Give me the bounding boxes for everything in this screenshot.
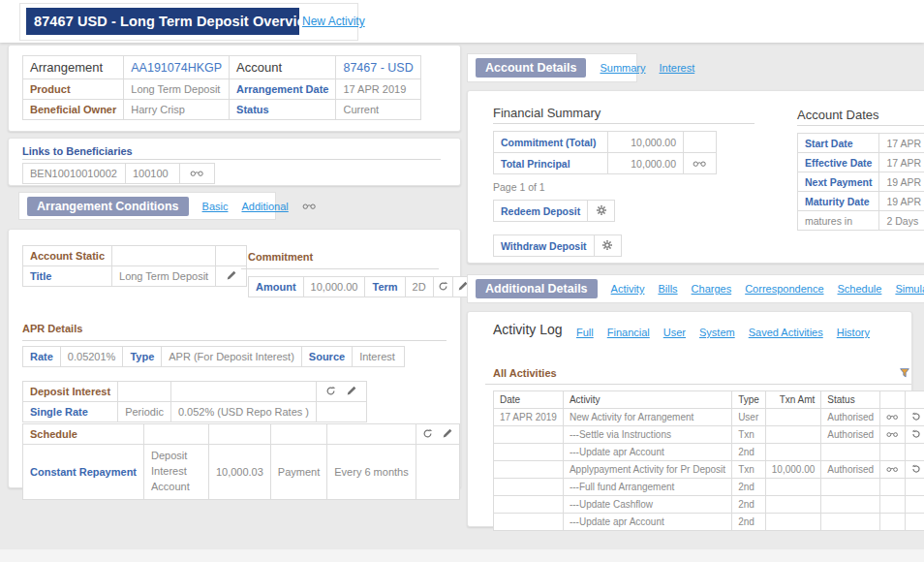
table-row: Start Date 17 APR 2019 xyxy=(798,134,924,153)
date-cell xyxy=(494,461,564,479)
recalculate-refresh-icon[interactable] xyxy=(422,428,433,439)
table-row: Arrangement AA191074HKGP Account 87467 -… xyxy=(23,56,421,79)
arrangement-summary-card: Arrangement AA191074HKGP Account 87467 -… xyxy=(8,45,461,132)
view-glasses-icon[interactable] xyxy=(886,465,899,473)
schedule-amount: 10,000.03 xyxy=(208,445,270,500)
redeem-deposit-label[interactable]: Redeem Deposit xyxy=(494,201,588,222)
tab-interest[interactable]: Interest xyxy=(660,62,695,74)
edit-pencil-icon[interactable] xyxy=(226,269,237,281)
commitment-total-label: Commitment (Total) xyxy=(494,132,608,153)
beneficiary-ref: BEN10010010002 xyxy=(23,164,126,184)
account-static-header: Account Static xyxy=(23,246,112,266)
tab-system[interactable]: System xyxy=(699,327,735,338)
activity-row: ---Update Cashflow 2nd xyxy=(494,496,924,514)
tab-financial[interactable]: Financial xyxy=(607,327,650,338)
type-cell: 2nd xyxy=(732,514,766,531)
arrangement-id[interactable]: AA191074HKGP xyxy=(124,56,230,79)
view-glasses-icon[interactable] xyxy=(693,159,707,168)
txn-amt-cell xyxy=(765,496,821,514)
rate-label: Rate xyxy=(23,347,61,367)
tab-full[interactable]: Full xyxy=(576,327,594,338)
page-info: Page 1 of 1 xyxy=(493,181,545,193)
view-glasses-icon[interactable] xyxy=(886,430,899,438)
activity-log-heading: Activity Log xyxy=(493,322,563,337)
tab-simulations[interactable]: Simulations xyxy=(895,283,924,295)
edit-pencil-icon[interactable] xyxy=(442,427,453,439)
product-value: Long Term Deposit xyxy=(124,79,230,100)
amount-value: 10,000.00 xyxy=(303,277,365,297)
schedule-type: Payment xyxy=(270,445,326,500)
status-cell xyxy=(821,496,880,514)
status-label: Status xyxy=(230,100,336,120)
total-principal-value: 10,000.00 xyxy=(608,153,684,174)
date-cell xyxy=(494,426,564,444)
status-cell: Authorised xyxy=(821,409,880,426)
effective-date-value: 17 APR 2019 xyxy=(879,153,924,172)
table-row: Commitment (Total) 10,000.00 xyxy=(494,132,717,153)
tab-charges[interactable]: Charges xyxy=(692,283,732,295)
term-label: Term xyxy=(365,277,405,297)
constant-repayment-label: Constant Repayment xyxy=(23,445,144,500)
schedule-header: Schedule xyxy=(23,424,144,445)
table-row: Deposit Interest xyxy=(23,382,367,402)
page-title: 87467 USD - Long Term Deposit Overview xyxy=(26,8,299,35)
activity-log-card: Activity Log Full Financial User System … xyxy=(467,311,912,527)
divider xyxy=(797,125,924,126)
recalculate-refresh-icon[interactable] xyxy=(438,281,448,292)
activity-cell: Applypayment Activity for Pr Deposit xyxy=(563,461,731,479)
rate-value: 0.052% (USD Repo Rates ) xyxy=(170,402,316,422)
filter-funnel-icon[interactable] xyxy=(900,368,909,378)
account-details-title: Account Details xyxy=(476,58,586,78)
activity-cell: ---Update apr Account xyxy=(563,514,731,531)
tab-bills[interactable]: Bills xyxy=(658,283,677,295)
arrangement-info-table: Arrangement AA191074HKGP Account 87467 -… xyxy=(22,55,421,120)
tab-schedule[interactable]: Schedule xyxy=(838,283,882,295)
tab-additional[interactable]: Additional xyxy=(241,201,288,212)
account-label: Account xyxy=(230,56,336,79)
divider xyxy=(22,340,447,341)
col-status: Status xyxy=(821,391,880,409)
table-row: Amount 10,000.00 Term 2D xyxy=(249,277,474,297)
settings-gear-icon[interactable] xyxy=(601,239,613,251)
title-value: Long Term Deposit xyxy=(112,266,216,287)
reverse-undo-icon[interactable] xyxy=(911,464,921,474)
type-value: APR (For Deposit Interest) xyxy=(162,347,302,367)
apr-details-table: Rate 0.05201% Type APR (For Deposit Inte… xyxy=(22,346,405,367)
recalculate-refresh-icon[interactable] xyxy=(325,386,336,396)
single-rate-label: Single Rate xyxy=(23,402,118,422)
table-row: Single Rate Periodic 0.052% (USD Repo Ra… xyxy=(23,402,367,422)
new-activity-link[interactable]: New Activity xyxy=(302,15,365,28)
reverse-undo-icon[interactable] xyxy=(911,429,921,439)
txn-amt-cell xyxy=(765,479,821,496)
reverse-undo-icon[interactable] xyxy=(911,412,921,422)
beneficial-owner-label: Beneficial Owner xyxy=(23,100,124,120)
view-glasses-icon[interactable] xyxy=(190,169,204,177)
withdraw-deposit-label[interactable]: Withdraw Deposit xyxy=(494,235,595,257)
view-glasses-icon[interactable] xyxy=(302,202,317,210)
view-glasses-icon[interactable] xyxy=(886,413,899,421)
table-row: Title Long Term Deposit xyxy=(23,266,247,287)
col-type: Type xyxy=(732,391,766,409)
source-label: Source xyxy=(301,347,352,367)
beneficial-owner-value: Harry Crisp xyxy=(124,100,230,120)
status-cell xyxy=(821,514,880,531)
tab-history[interactable]: History xyxy=(837,327,870,338)
tab-basic[interactable]: Basic xyxy=(202,201,229,212)
activity-log-links: Full Financial User System Saved Activit… xyxy=(576,327,870,338)
edit-pencil-icon[interactable] xyxy=(346,385,357,396)
activity-cell: ---Settle via Instructions xyxy=(563,426,731,444)
settings-gear-icon[interactable] xyxy=(596,204,607,216)
commitment-total-value: 10,000.00 xyxy=(608,132,684,153)
account-id[interactable]: 87467 - USD xyxy=(336,56,420,79)
arrangement-conditions-title: Arrangement Conditions xyxy=(27,197,189,216)
tab-user[interactable]: User xyxy=(663,327,686,338)
tab-saved-activities[interactable]: Saved Activities xyxy=(749,327,823,338)
tab-activity[interactable]: Activity xyxy=(611,283,645,295)
type-cell: User xyxy=(732,409,766,426)
activity-log-table: Date Activity Type Txn Amt Status 17 APR… xyxy=(493,390,924,531)
arrangement-date-value: 17 APR 2019 xyxy=(336,79,420,100)
tab-correspondence[interactable]: Correspondence xyxy=(745,283,823,295)
tab-summary[interactable]: Summary xyxy=(600,62,645,74)
type-cell: 2nd xyxy=(732,444,766,461)
beneficiaries-card: Links to Beneficiaries BEN10010010002 10… xyxy=(8,138,461,186)
